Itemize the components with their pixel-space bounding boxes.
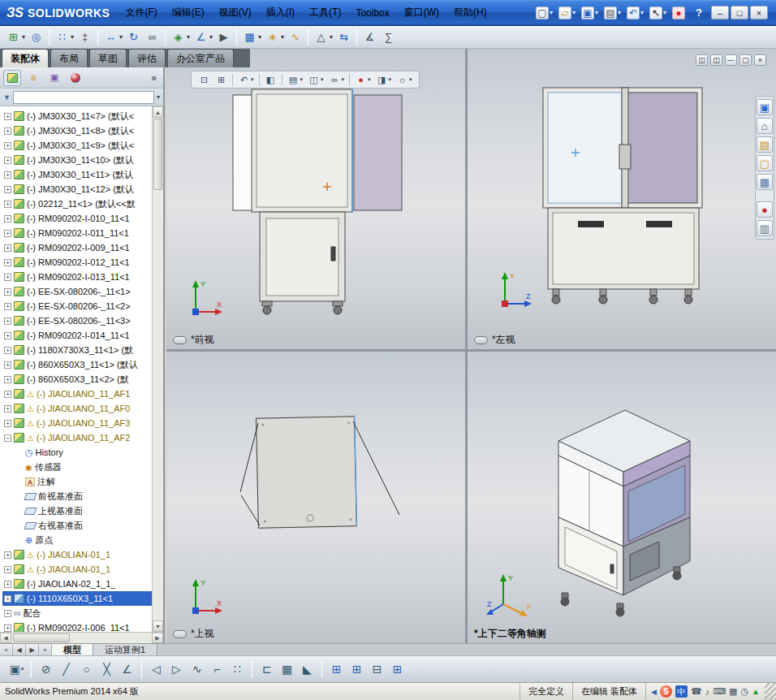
expand-icon[interactable]: + bbox=[4, 420, 11, 427]
mirror-left-button[interactable]: ◁ bbox=[146, 659, 166, 680]
dropdown-arrow-icon[interactable]: ▾ bbox=[342, 76, 345, 83]
close-button[interactable]: × bbox=[750, 6, 768, 19]
scroll-left-button[interactable]: ◀ bbox=[0, 633, 11, 643]
scroll-thumb[interactable] bbox=[153, 119, 162, 190]
panel-expand-button[interactable]: » bbox=[148, 72, 160, 84]
menu-help[interactable]: 帮助(H) bbox=[446, 0, 494, 25]
section-view-button[interactable]: ◧ bbox=[263, 73, 278, 86]
tab-sketch[interactable]: 草图 bbox=[89, 49, 127, 67]
tab-office-products[interactable]: 办公室产品 bbox=[167, 49, 234, 67]
dropdown-arrow-icon[interactable]: ▾ bbox=[640, 9, 644, 16]
keyboard-tray-icon[interactable]: ⌨ bbox=[713, 686, 726, 697]
smart-dimension-button[interactable]: ∠ bbox=[117, 659, 137, 680]
tab-assembly[interactable]: 装配体 bbox=[2, 49, 49, 67]
doc-minimize-button[interactable]: — bbox=[725, 54, 737, 66]
tree-item[interactable]: +(-) JM30X30_11<12> (默认 bbox=[2, 182, 163, 197]
expand-icon[interactable]: + bbox=[4, 201, 11, 208]
expand-icon[interactable]: + bbox=[4, 318, 11, 325]
viewport-top[interactable]: Y X *上视 bbox=[166, 352, 465, 643]
viewport-front[interactable]: Y X *前视 bbox=[166, 49, 465, 349]
tree-item[interactable]: A注解 bbox=[2, 474, 163, 489]
tree-item[interactable]: ◷History bbox=[2, 445, 163, 460]
apply-scene-button[interactable]: ◨▾ bbox=[374, 73, 394, 86]
tree-item[interactable]: +(-) RM090202-I-014_11<1 bbox=[2, 328, 163, 343]
tree-horizontal-scrollbar[interactable]: ◀ ▶ bbox=[0, 632, 163, 643]
tree-item[interactable]: +(-) 02212_11<1> (默认<<默 bbox=[2, 197, 163, 211]
dropdown-arrow-icon[interactable]: ▾ bbox=[368, 76, 371, 83]
expand-icon[interactable]: + bbox=[4, 581, 11, 588]
file-explorer-icon[interactable]: ▢ bbox=[757, 155, 773, 171]
tree-item[interactable]: 前视基准面 bbox=[2, 489, 163, 503]
expand-icon[interactable]: + bbox=[4, 274, 11, 281]
tree-item[interactable]: 上视基准面 bbox=[2, 503, 163, 518]
linear-pattern-button[interactable]: ▦ bbox=[277, 659, 297, 680]
doc-tile-left-button[interactable]: ◫ bbox=[696, 54, 708, 66]
smart-fasteners-button[interactable]: ‡ bbox=[75, 28, 94, 47]
expand-icon[interactable]: + bbox=[4, 186, 11, 193]
tree-item[interactable]: +(-) JM30X30_11<8> (默认< bbox=[2, 123, 163, 138]
tree-item[interactable]: ⊕原点 bbox=[2, 533, 163, 547]
solidworks-tray-icon[interactable]: S bbox=[660, 685, 672, 698]
phone-tray-icon[interactable]: ☎ bbox=[691, 686, 702, 697]
expand-icon[interactable]: + bbox=[4, 610, 11, 617]
save-document-button[interactable]: ▣▾ bbox=[580, 5, 600, 21]
expand-icon[interactable]: + bbox=[4, 142, 11, 149]
tree-item[interactable]: +(-) 860X650X3_11<2> (默 bbox=[2, 372, 163, 387]
expand-icon[interactable]: + bbox=[4, 259, 11, 266]
circle-tool-button[interactable]: ○ bbox=[76, 659, 97, 680]
tab-model[interactable]: 模型 bbox=[52, 644, 93, 655]
dropdown-arrow-icon[interactable]: ▾ bbox=[663, 9, 666, 16]
configurationmanager-tab[interactable]: ▣ bbox=[45, 70, 63, 86]
dropdown-arrow-icon[interactable]: ▾ bbox=[22, 33, 25, 41]
expand-icon[interactable]: + bbox=[4, 113, 11, 120]
tree-item[interactable]: +(-) RM090202-I-010_11<1 bbox=[2, 211, 163, 226]
minimize-button[interactable]: – bbox=[711, 6, 729, 19]
move-component-button[interactable]: ↔▾ bbox=[101, 28, 124, 47]
reference-geometry-button[interactable]: ∠▾ bbox=[192, 28, 214, 47]
save-button[interactable]: ▣▾ bbox=[6, 659, 27, 680]
viewport-isometric[interactable]: Y X Z *上下二等角轴测 bbox=[468, 352, 776, 643]
expand-icon[interactable]: + bbox=[4, 157, 11, 164]
new-motion-study-button[interactable]: ▶ bbox=[214, 28, 233, 47]
filter-funnel-icon[interactable]: ▼ bbox=[3, 93, 11, 102]
tree-item[interactable]: +⚠(-) JIAOLIAN-01_1 bbox=[2, 547, 163, 562]
interference-detection-button[interactable]: △▾ bbox=[312, 28, 334, 47]
measure-button[interactable]: ∡ bbox=[360, 28, 379, 47]
dropdown-arrow-icon[interactable]: ▾ bbox=[618, 9, 621, 16]
expand-icon[interactable]: + bbox=[4, 303, 11, 310]
dropdown-arrow-icon[interactable]: ▾ bbox=[550, 9, 553, 16]
menu-file[interactable]: 文件(F) bbox=[118, 0, 164, 25]
dropdown-arrow-icon[interactable]: ▾ bbox=[300, 76, 304, 83]
clearance-verification-button[interactable]: ⇆ bbox=[334, 28, 353, 47]
tree-item[interactable]: +(-) JM30X30_11<10> (默认 bbox=[2, 153, 163, 167]
tree-item[interactable]: +⚠(-) JIAOLIAN-01_1 bbox=[2, 562, 163, 577]
tree-vertical-scrollbar[interactable]: ▲ ▼ bbox=[152, 106, 163, 632]
tree-item[interactable]: +(-) JM30X30_11<11> (默认 bbox=[2, 167, 163, 182]
view-palette-icon[interactable]: ▦ bbox=[757, 174, 773, 190]
edit-appearance-button[interactable]: ●▾ bbox=[353, 73, 373, 86]
tree-item[interactable]: +(-) 1180X730X3_11<1> (默 bbox=[2, 343, 163, 357]
expand-icon[interactable]: + bbox=[4, 361, 11, 369]
linear-component-pattern-button[interactable]: ∷▾ bbox=[53, 28, 75, 47]
tree-item[interactable]: +(-) RM090202-I-013_11<1 bbox=[2, 270, 163, 284]
custom-properties-icon[interactable]: ▥ bbox=[757, 220, 773, 236]
resize-grip[interactable] bbox=[765, 683, 776, 700]
expand-icon[interactable]: + bbox=[4, 595, 11, 603]
filter-dropdown-icon[interactable]: ▾ bbox=[157, 93, 160, 101]
restore-button[interactable]: □ bbox=[731, 6, 748, 19]
ime-chinese-icon[interactable]: 中 bbox=[675, 685, 688, 698]
display-style-button[interactable]: ◫▾ bbox=[306, 73, 325, 86]
bill-of-materials-button[interactable]: ▦▾ bbox=[240, 28, 263, 47]
tray-expand-icon[interactable]: ◀ bbox=[651, 688, 657, 696]
network-status-icon[interactable]: ▲ bbox=[752, 687, 760, 696]
expand-icon[interactable]: + bbox=[4, 230, 11, 237]
tree-item[interactable]: +⚠(-) JIAOLIANO_11_AF1 bbox=[2, 387, 163, 401]
expand-icon[interactable]: + bbox=[4, 347, 11, 354]
propertymanager-tab[interactable]: ≡ bbox=[24, 70, 42, 86]
clock-tray-icon[interactable]: ◷ bbox=[740, 686, 748, 697]
tree-item[interactable]: +(-) JM30X30_11<7> (默认< bbox=[2, 109, 163, 123]
tree-item[interactable]: +(-) EE-SX-080206-_11<3> bbox=[2, 313, 163, 328]
previous-view-button[interactable]: ↶▾ bbox=[236, 73, 256, 86]
sketch-pattern-button[interactable]: ∷ bbox=[227, 659, 248, 680]
dropdown-arrow-icon[interactable]: ▾ bbox=[21, 666, 24, 672]
